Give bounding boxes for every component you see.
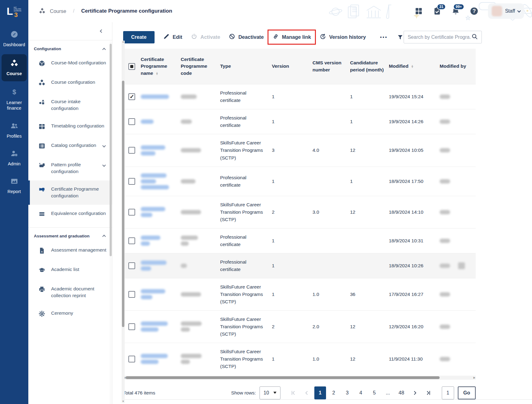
page-button-4[interactable]: 4 — [355, 386, 367, 399]
redacted-programme-name-link[interactable] — [141, 179, 156, 184]
create-button[interactable]: Create — [123, 31, 155, 43]
sidebar-item-course-configuration[interactable]: Course configuration — [28, 74, 112, 93]
search-input[interactable] — [408, 34, 471, 40]
sidebar-item-course-mod-configuration[interactable]: Course-Mod configuration — [28, 54, 112, 74]
sidebar-item-equivalence-configuration[interactable]: Equivalence configuration — [28, 205, 112, 224]
sidebar-item-assessment-management[interactable]: AAssessment management — [28, 241, 112, 261]
sidebar-item-academic-document-collection-reprint[interactable]: Academic document collection reprint — [28, 280, 112, 305]
sidebar-item-pattern-profile-configuration[interactable]: Pattern profile configuration — [28, 156, 112, 180]
help-icon[interactable]: ? — [470, 6, 479, 16]
sidebar-item-learner-finance[interactable]: $Learner finance — [0, 84, 28, 115]
horizontal-scrollbar-thumb[interactable] — [126, 376, 440, 379]
sort-icon[interactable]: ▲▼ — [411, 65, 414, 68]
deactivate-button[interactable]: Deactivate — [229, 33, 264, 41]
pagination-controls: Show rows: 10 12345...48 Go — [231, 386, 476, 399]
sidebar-scrollbar-thumb[interactable] — [110, 44, 112, 256]
row-checkbox[interactable] — [128, 93, 135, 100]
redacted-programme-name-link[interactable] — [141, 119, 154, 124]
redacted-programme-name-link[interactable] — [141, 185, 169, 189]
redacted-programme-name-link[interactable] — [141, 295, 152, 299]
tasks-clipboard-icon[interactable]: 31 — [433, 6, 442, 16]
redacted-programme-name-link[interactable] — [141, 261, 167, 265]
app-root: L NXT LIFELONG LEARNING 3 DashboardCours… — [0, 0, 532, 404]
sidebar-item-course-intake-configuration[interactable]: Course intake configuration — [28, 93, 112, 117]
content-scrollbar-thumb[interactable] — [122, 81, 124, 327]
row-checkbox[interactable] — [128, 323, 135, 330]
search-icon[interactable] — [471, 33, 478, 41]
user-menu[interactable]: Staff — [488, 3, 524, 19]
goto-page-input[interactable] — [442, 386, 454, 399]
rows-per-page-select[interactable]: 10 — [260, 386, 280, 399]
page-button-1[interactable]: 1 — [314, 386, 326, 399]
redacted-programme-name-link[interactable] — [141, 151, 155, 156]
go-button[interactable]: Go — [458, 386, 476, 399]
row-checkbox[interactable] — [128, 118, 135, 125]
next-page-button[interactable] — [409, 386, 421, 399]
redacted-programme-name-link[interactable] — [141, 213, 152, 217]
sort-icon[interactable]: ▲▼ — [156, 72, 159, 75]
row-checkbox[interactable] — [128, 147, 135, 154]
redacted-programme-name-link[interactable] — [141, 327, 159, 332]
sidebar-item-academic-list[interactable]: Academic list — [28, 261, 112, 280]
cell-cms-version: 2.0 — [312, 324, 319, 329]
redacted-programme-name-link[interactable] — [141, 173, 167, 178]
redacted-programme-name-link[interactable] — [141, 354, 168, 358]
sidebar-section-configuration[interactable]: Configuration — [28, 40, 112, 54]
sidebar-item-certificate-programme-configuration[interactable]: Certificate Programme configuration — [28, 180, 112, 205]
sidebar-item-ceremony[interactable]: Ceremony — [28, 305, 112, 324]
previous-page-button[interactable] — [301, 386, 312, 399]
sidebar-section-assessment[interactable]: Assessment and graduation — [28, 228, 112, 241]
notifications-bell-icon[interactable]: 99+ — [451, 6, 460, 16]
section-title: Configuration — [34, 46, 103, 51]
breadcrumb-separator: / — [73, 8, 74, 14]
content-scrollbar[interactable]: ▲ ▼ — [122, 41, 125, 403]
apps-grid-icon[interactable] — [414, 6, 423, 16]
sidebar-item-admin[interactable]: Admin — [0, 146, 28, 170]
filter-icon[interactable] — [397, 34, 404, 41]
redacted-programme-name-link[interactable] — [141, 266, 151, 271]
redacted-programme-name-link[interactable] — [141, 207, 165, 211]
manage-link-button[interactable]: Manage link — [272, 33, 311, 41]
sidebar-item-report[interactable]: Report — [0, 173, 28, 198]
page-button-3[interactable]: 3 — [341, 386, 353, 399]
activate-button[interactable]: Activate — [191, 33, 220, 41]
column-header[interactable]: Modified▲▼ — [389, 49, 440, 84]
breadcrumb-section[interactable]: Course — [50, 8, 66, 14]
version-history-button[interactable]: Version history — [320, 33, 366, 41]
sidebar-scrollbar[interactable] — [110, 41, 112, 404]
table-horizontal-scrollbar[interactable]: ◀ ▶ — [123, 376, 476, 380]
chevron-up-icon — [102, 235, 106, 238]
more-actions-button[interactable]: ••• — [380, 34, 388, 40]
row-checkbox[interactable] — [128, 237, 135, 244]
chevron-down-icon — [273, 392, 276, 394]
sidebar-item-catalog-configuration[interactable]: Catalog configuration — [28, 137, 112, 156]
redacted-programme-name-link[interactable] — [141, 321, 168, 326]
redacted-programme-name-link[interactable] — [141, 360, 159, 364]
row-checkbox[interactable] — [128, 209, 135, 216]
column-header[interactable]: Certificate Programme name▲▼ — [141, 49, 181, 84]
edit-button[interactable]: Edit — [163, 33, 182, 41]
sidebar-item-profiles[interactable]: Profiles — [0, 118, 28, 143]
row-action-icon[interactable] — [458, 262, 465, 269]
row-checkbox[interactable] — [128, 291, 135, 298]
last-page-button[interactable] — [423, 386, 434, 399]
redacted-programme-name-link[interactable] — [141, 289, 165, 293]
collapse-sidebar-icon[interactable] — [100, 29, 103, 33]
redacted-programme-name-link[interactable] — [141, 95, 169, 99]
sidebar-item-timetabling-configuration[interactable]: Timetabling configuration — [28, 117, 112, 137]
sidebar-item-course[interactable]: Course — [2, 54, 27, 81]
row-checkbox[interactable] — [128, 178, 135, 185]
row-checkbox[interactable] — [128, 356, 135, 362]
page-button-5[interactable]: 5 — [369, 386, 380, 399]
page-button-2[interactable]: 2 — [328, 386, 340, 399]
page-button-48[interactable]: 48 — [396, 386, 407, 399]
sidebar-item-dashboard[interactable]: Dashboard — [0, 26, 28, 51]
redacted-modified-by — [440, 292, 450, 297]
select-all-checkbox[interactable] — [128, 63, 135, 70]
row-checkbox[interactable] — [128, 262, 135, 269]
redacted-programme-name-link[interactable] — [141, 236, 160, 240]
redacted-programme-name-link[interactable] — [141, 241, 150, 246]
redacted-programme-name-link[interactable] — [141, 145, 165, 150]
first-page-button[interactable] — [287, 386, 299, 399]
app-logo[interactable]: L NXT LIFELONG LEARNING 3 — [0, 0, 28, 22]
